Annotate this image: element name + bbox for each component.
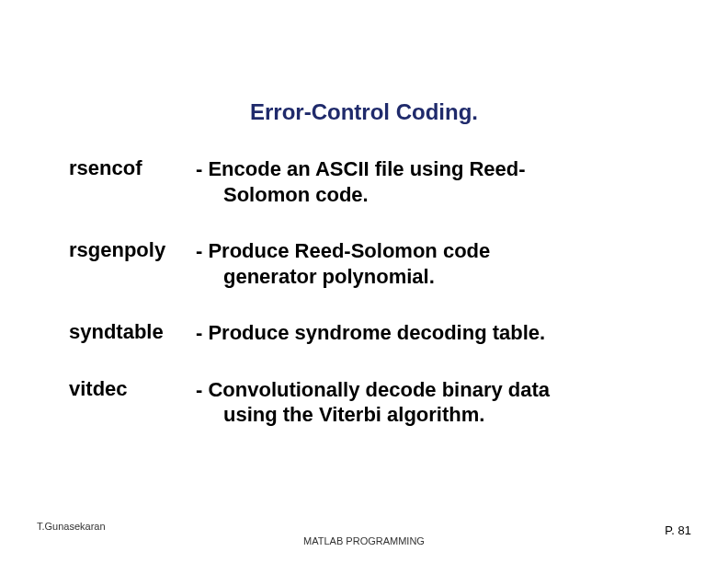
function-name: rsencof — [69, 156, 196, 180]
entry-row: rsencof - Encode an ASCII file using Ree… — [69, 156, 664, 207]
function-name: rsgenpoly — [69, 238, 196, 262]
desc-line1: - Convolutionally decode binary data — [196, 378, 550, 401]
function-description: - Produce Reed-Solomon code generator po… — [196, 238, 664, 289]
footer-page-number: P. 81 — [665, 523, 691, 537]
function-name: vitdec — [69, 377, 196, 401]
desc-line2: Solomon code. — [196, 182, 664, 208]
function-description: - Produce syndrome decoding table. — [196, 320, 664, 346]
footer-author: T.Gunasekaran — [37, 521, 106, 532]
slide-title: Error-Control Coding. — [0, 99, 728, 125]
desc-line2: using the Viterbi algorithm. — [196, 402, 664, 428]
function-description: - Encode an ASCII file using Reed- Solom… — [196, 156, 664, 207]
entry-row: syndtable - Produce syndrome decoding ta… — [69, 320, 664, 346]
desc-line2: generator polynomial. — [196, 264, 664, 290]
entry-row: vitdec - Convolutionally decode binary d… — [69, 377, 664, 428]
desc-line1: - Encode an ASCII file using Reed- — [196, 157, 526, 180]
desc-line1: - Produce Reed-Solomon code — [196, 239, 490, 262]
function-name: syndtable — [69, 320, 196, 344]
slide: Error-Control Coding. rsencof - Encode a… — [0, 0, 728, 563]
entry-row: rsgenpoly - Produce Reed-Solomon code ge… — [69, 238, 664, 289]
desc-line1: - Produce syndrome decoding table. — [196, 321, 545, 344]
footer-title: MATLAB PROGRAMMING — [0, 535, 728, 546]
content-block: rsencof - Encode an ASCII file using Ree… — [69, 156, 664, 459]
function-description: - Convolutionally decode binary data usi… — [196, 377, 664, 428]
